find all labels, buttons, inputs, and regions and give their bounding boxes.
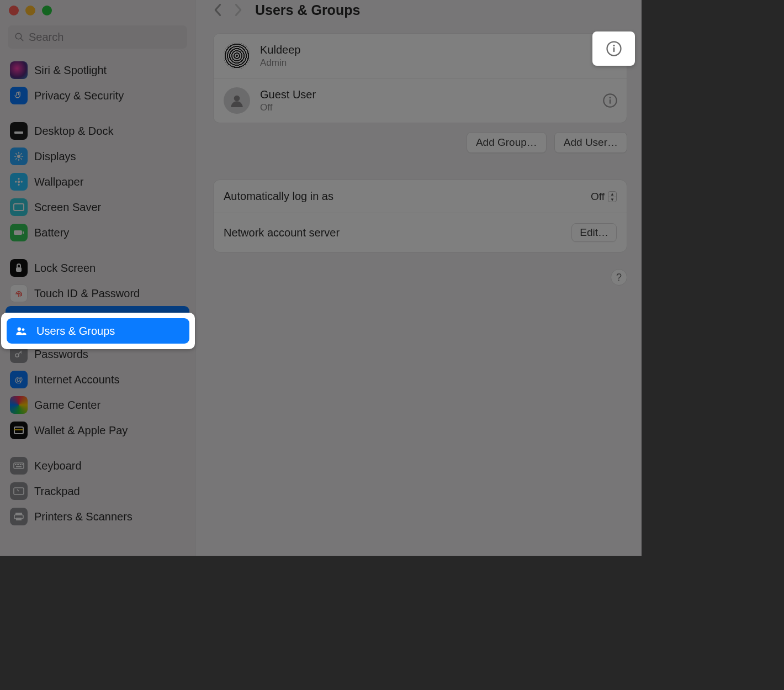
flower-icon: [10, 173, 28, 191]
sidebar-item-label: Lock Screen: [34, 262, 96, 275]
svg-point-12: [18, 181, 20, 183]
sidebar-item-keyboard[interactable]: Keyboard: [0, 453, 195, 478]
user-status: Off: [260, 102, 316, 113]
add-group-button[interactable]: Add Group…: [467, 132, 547, 153]
help-button[interactable]: ?: [611, 269, 627, 286]
sidebar-item-trackpad[interactable]: Trackpad: [0, 478, 195, 504]
network-server-row: Network account server Edit…: [214, 213, 627, 252]
sidebar-item-label: Game Center: [34, 399, 100, 412]
user-name: Guest User: [260, 88, 316, 101]
sidebar-item-label: Wallet & Apple Pay: [34, 424, 128, 437]
add-user-button[interactable]: Add User…: [554, 132, 627, 153]
users-card: Kuldeep Admin Guest User Off: [213, 33, 627, 123]
user-name: Kuldeep: [260, 44, 300, 56]
sidebar-item-label: Keyboard: [34, 460, 82, 472]
sidebar-item-label: Printers & Scanners: [34, 510, 133, 523]
setting-label: Automatically log in as: [224, 190, 333, 203]
sidebar-item-label: Desktop & Dock: [34, 125, 113, 138]
svg-rect-49: [613, 48, 615, 52]
screensaver-icon: [10, 198, 28, 216]
sidebar-item-gamecenter[interactable]: Game Center: [0, 392, 195, 418]
svg-point-23: [15, 354, 19, 357]
svg-line-11: [21, 154, 22, 155]
svg-rect-29: [17, 464, 18, 465]
svg-line-1: [20, 38, 23, 41]
setting-label: Network account server: [224, 227, 340, 239]
sidebar-item-touchid[interactable]: Touch ID & Password: [0, 281, 195, 306]
sidebar-item-wallpaper[interactable]: Wallpaper: [0, 169, 195, 194]
svg-point-43: [609, 97, 611, 98]
avatar: [224, 43, 250, 69]
highlight-sidebar-item: Users & Groups: [1, 313, 195, 349]
sidebar-item-battery[interactable]: Battery: [0, 220, 195, 245]
popup-value: Off: [591, 191, 605, 203]
sidebar-item-screensaver[interactable]: Screen Saver: [0, 194, 195, 220]
svg-point-48: [613, 45, 615, 46]
help-glyph: ?: [616, 272, 622, 283]
sidebar-item-label: Passwords: [34, 348, 88, 361]
search-icon: [14, 32, 24, 42]
svg-point-13: [18, 178, 19, 180]
up-down-icon: ▲▼: [608, 191, 617, 202]
settings-card: Automatically log in as Off ▲▼ Network a…: [213, 180, 627, 252]
wallet-icon: [10, 422, 28, 439]
sidebar-item-displays[interactable]: Displays: [0, 144, 195, 169]
svg-rect-44: [610, 99, 611, 104]
back-button[interactable]: [213, 3, 223, 17]
auto-login-row: Automatically log in as Off ▲▼: [214, 180, 627, 213]
sidebar-item-siri[interactable]: Siri & Spotlight: [0, 57, 195, 83]
close-window-button[interactable]: [9, 6, 19, 15]
svg-rect-18: [14, 230, 22, 235]
sidebar-item-printers[interactable]: Printers & Scanners: [0, 504, 195, 529]
keyboard-icon: [10, 457, 28, 475]
fingerprint-icon: [10, 285, 28, 302]
search-placeholder: Search: [29, 31, 63, 44]
svg-rect-37: [16, 518, 22, 520]
highlighted-users-groups[interactable]: Users & Groups: [7, 318, 189, 344]
svg-point-41: [234, 96, 240, 102]
edit-button[interactable]: Edit…: [571, 223, 617, 242]
svg-line-8: [16, 154, 17, 155]
gamecenter-icon: [10, 396, 28, 414]
user-row[interactable]: Kuldeep Admin: [214, 34, 627, 78]
auto-login-popup[interactable]: Off ▲▼: [591, 191, 617, 203]
zoom-window-button[interactable]: [42, 6, 52, 15]
svg-line-9: [21, 159, 22, 160]
sidebar-item-label: Screen Saver: [34, 201, 101, 214]
page-title: Users & Groups: [255, 2, 360, 18]
svg-rect-28: [15, 464, 16, 465]
svg-point-14: [18, 184, 19, 186]
main-pane: Users & Groups Kuldeep Admin Guest User: [195, 0, 642, 556]
minimize-window-button[interactable]: [25, 6, 35, 15]
svg-point-45: [18, 328, 21, 331]
svg-rect-32: [22, 464, 23, 465]
sidebar-item-internet[interactable]: @Internet Accounts: [0, 367, 195, 392]
svg-rect-30: [18, 464, 19, 465]
sidebar-item-lockscreen[interactable]: Lock Screen: [0, 255, 195, 281]
sidebar-item-wallet[interactable]: Wallet & Apple Pay: [0, 418, 195, 443]
dock-icon: [10, 122, 28, 140]
sidebar-item-privacy[interactable]: Privacy & Security: [0, 83, 195, 108]
user-row[interactable]: Guest User Off: [214, 78, 627, 123]
printer-icon: [10, 508, 28, 525]
highlight-label: Users & Groups: [36, 325, 115, 338]
svg-point-3: [17, 155, 20, 158]
sidebar-item-label: Displays: [34, 150, 76, 163]
help-area: ?: [213, 269, 627, 286]
sun-icon: [10, 148, 28, 165]
forward-button[interactable]: [233, 3, 243, 17]
info-button[interactable]: [602, 93, 618, 108]
window-controls: [0, 3, 195, 22]
svg-point-46: [22, 328, 25, 331]
svg-rect-31: [20, 464, 21, 465]
sidebar-item-label: Internet Accounts: [34, 373, 120, 386]
search-input[interactable]: Search: [8, 25, 187, 49]
sidebar-item-desktop[interactable]: Desktop & Dock: [0, 118, 195, 144]
sidebar-item-label: Siri & Spotlight: [34, 64, 107, 77]
highlight-info-button[interactable]: [592, 31, 635, 66]
avatar: [224, 87, 250, 114]
svg-point-16: [21, 181, 23, 182]
lock-icon: [10, 259, 28, 277]
svg-rect-27: [14, 463, 24, 468]
sidebar-item-label: Privacy & Security: [34, 89, 124, 102]
